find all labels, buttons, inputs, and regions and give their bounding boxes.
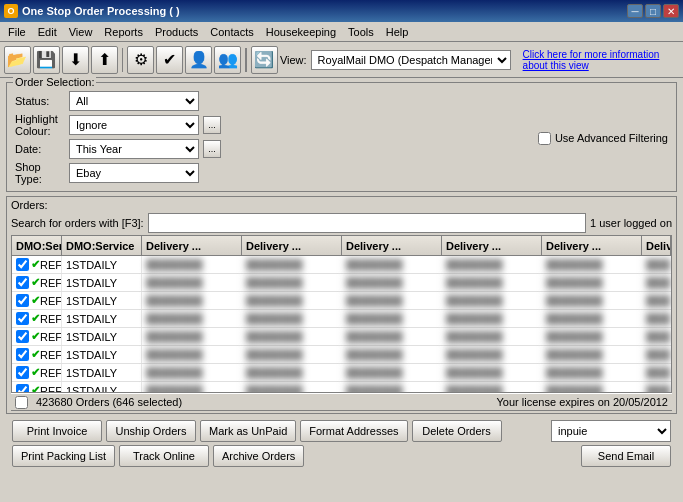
date-label: Date:: [15, 143, 65, 155]
select-all-checkbox[interactable]: [15, 396, 28, 409]
toolbar-btn-2[interactable]: 💾: [33, 46, 60, 74]
toolbar-btn-1[interactable]: 📂: [4, 46, 31, 74]
highlight-options-btn[interactable]: ...: [203, 116, 221, 134]
col-header-d3: Delivery ...: [342, 236, 442, 255]
cell-service-3: 1STDAILY: [62, 292, 142, 309]
cell-d5-3: ████████: [542, 292, 642, 309]
cell-check-4[interactable]: ✔ REF1: [12, 310, 62, 327]
main-area: Order Selection: Status: All New Process…: [0, 78, 683, 475]
table-row[interactable]: ✔ REF1 1STDAILY ████████ ████████ ██████…: [12, 328, 671, 346]
table-row[interactable]: ✔ REF1 1STDAILY ████████ ████████ ██████…: [12, 292, 671, 310]
cell-d3-3: ████████: [342, 292, 442, 309]
menu-edit[interactable]: Edit: [32, 24, 63, 40]
order-count-text: 423680 Orders (646 selected): [36, 396, 493, 408]
cell-d6-6: ████: [642, 346, 671, 363]
cell-d2-4: ████████: [242, 310, 342, 327]
close-button[interactable]: ✕: [663, 4, 679, 18]
cell-check-8[interactable]: ✔ REF1: [12, 382, 62, 393]
unship-orders-button[interactable]: Unship Orders: [106, 420, 196, 442]
cell-d5-6: ████████: [542, 346, 642, 363]
format-addresses-button[interactable]: Format Addresses: [300, 420, 407, 442]
table-row[interactable]: ✔ REF1 1STDAILY ████████ ████████ ██████…: [12, 382, 671, 393]
cell-d3-4: ████████: [342, 310, 442, 327]
maximize-button[interactable]: □: [645, 4, 661, 18]
toolbar-btn-9[interactable]: 🔄: [251, 46, 278, 74]
orders-grid: DMO:Servi... DMO:Service Delivery ... De…: [11, 235, 672, 393]
col-header-d6: Delive: [642, 236, 671, 255]
view-info-link[interactable]: Click here for more information about th…: [523, 49, 679, 71]
toolbar-btn-6[interactable]: ✔: [156, 46, 183, 74]
menu-reports[interactable]: Reports: [98, 24, 149, 40]
toolbar-btn-4[interactable]: ⬆: [91, 46, 118, 74]
menu-bar: File Edit View Reports Products Contacts…: [0, 22, 683, 42]
cell-check-1[interactable]: ✔ REF1: [12, 256, 62, 273]
cell-service-7: 1STDAILY: [62, 364, 142, 381]
cell-d5-8: ████████: [542, 382, 642, 393]
cell-d2-1: ████████: [242, 256, 342, 273]
status-selector[interactable]: All New Processing Complete: [69, 91, 199, 111]
menu-tools[interactable]: Tools: [342, 24, 380, 40]
cell-check-3[interactable]: ✔ REF1: [12, 292, 62, 309]
cell-d4-3: ████████: [442, 292, 542, 309]
minimize-button[interactable]: ─: [627, 4, 643, 18]
table-row[interactable]: ✔ REF1 1STDAILY ████████ ████████ ██████…: [12, 274, 671, 292]
advanced-filter-checkbox[interactable]: [538, 132, 551, 145]
cell-d3-1: ████████: [342, 256, 442, 273]
toolbar-btn-8[interactable]: 👥: [214, 46, 241, 74]
cell-d5-5: ████████: [542, 328, 642, 345]
cell-d1-1: ████████: [142, 256, 242, 273]
toolbar-btn-7[interactable]: 👤: [185, 46, 212, 74]
cell-d4-2: ████████: [442, 274, 542, 291]
menu-contacts[interactable]: Contacts: [204, 24, 259, 40]
col-header-check: DMO:Servi...: [12, 236, 62, 255]
button-row-1: Print Invoice Unship Orders Mark as UnPa…: [12, 420, 671, 442]
date-options-btn[interactable]: ...: [203, 140, 221, 158]
menu-file[interactable]: File: [2, 24, 32, 40]
cell-d2-6: ████████: [242, 346, 342, 363]
grid-body[interactable]: ✔ REF1 1STDAILY ████████ ████████ ██████…: [12, 256, 671, 393]
table-row[interactable]: ✔ REF1 1STDAILY ████████ ████████ ██████…: [12, 256, 671, 274]
mark-unpaid-button[interactable]: Mark as UnPaid: [200, 420, 296, 442]
print-invoice-button[interactable]: Print Invoice: [12, 420, 102, 442]
date-selector[interactable]: This Year Today This Week This Month Cus…: [69, 139, 199, 159]
table-row[interactable]: ✔ REF1 1STDAILY ████████ ████████ ██████…: [12, 364, 671, 382]
menu-view[interactable]: View: [63, 24, 99, 40]
cell-check-6[interactable]: ✔ REF1: [12, 346, 62, 363]
cell-d6-2: ████: [642, 274, 671, 291]
cell-d4-5: ████████: [442, 328, 542, 345]
license-text: Your license expires on 20/05/2012: [497, 396, 668, 408]
shop-selector[interactable]: Ebay Amazon All: [69, 163, 199, 183]
table-row[interactable]: ✔ REF1 1STDAILY ████████ ████████ ██████…: [12, 310, 671, 328]
col-header-service: DMO:Service: [62, 236, 142, 255]
menu-products[interactable]: Products: [149, 24, 204, 40]
send-email-button[interactable]: Send Email: [581, 445, 671, 467]
user-input-combo[interactable]: inpuie: [551, 420, 671, 442]
cell-check-2[interactable]: ✔ REF1: [12, 274, 62, 291]
cell-d3-6: ████████: [342, 346, 442, 363]
track-online-button[interactable]: Track Online: [119, 445, 209, 467]
cell-d1-8: ████████: [142, 382, 242, 393]
menu-help[interactable]: Help: [380, 24, 415, 40]
cell-check-5[interactable]: ✔ REF1: [12, 328, 62, 345]
app-icon: O: [4, 4, 18, 18]
table-row[interactable]: ✔ REF1 1STDAILY ████████ ████████ ██████…: [12, 346, 671, 364]
cell-d4-4: ████████: [442, 310, 542, 327]
archive-orders-button[interactable]: Archive Orders: [213, 445, 304, 467]
toolbar-btn-5[interactable]: ⚙: [127, 46, 154, 74]
toolbar-separator-1: [122, 48, 124, 72]
delete-orders-button[interactable]: Delete Orders: [412, 420, 502, 442]
menu-housekeeping[interactable]: Housekeeping: [260, 24, 342, 40]
status-label: Status:: [15, 95, 65, 107]
cell-d4-6: ████████: [442, 346, 542, 363]
cell-d5-7: ████████: [542, 364, 642, 381]
highlight-selector[interactable]: Ignore Red Green Blue: [69, 115, 199, 135]
search-input[interactable]: [148, 213, 586, 233]
view-selector[interactable]: RoyalMail DMO (Despatch Manager Online): [311, 50, 511, 70]
cell-d2-5: ████████: [242, 328, 342, 345]
cell-check-7[interactable]: ✔ REF1: [12, 364, 62, 381]
toolbar-btn-3[interactable]: ⬇: [62, 46, 89, 74]
cell-service-6: 1STDAILY: [62, 346, 142, 363]
print-packing-button[interactable]: Print Packing List: [12, 445, 115, 467]
cell-d6-7: ████: [642, 364, 671, 381]
button-row-2: Print Packing List Track Online Archive …: [12, 445, 671, 467]
